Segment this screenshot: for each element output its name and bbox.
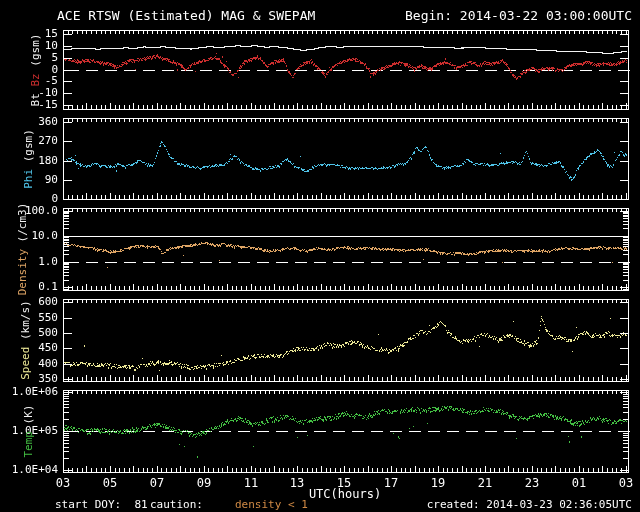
x-tick-label: 03	[613, 477, 639, 490]
footer-caution-label: caution:	[150, 499, 203, 511]
ace-rtsw-plot: ACE RTSW (Estimated) MAG & SWEPAM Begin:…	[0, 0, 640, 512]
x-tick-label: 23	[519, 477, 545, 490]
x-tick-label: 03	[50, 477, 76, 490]
x-tick-label: 07	[144, 477, 170, 490]
x-tick-label: 13	[284, 477, 310, 490]
plot-canvas	[0, 0, 640, 512]
y-axis-label-part: Temp	[22, 431, 35, 458]
x-tick-label: 01	[566, 477, 592, 490]
y-tick-label-density: 10.0	[6, 230, 58, 242]
y-tick-label-density: 100.0	[6, 205, 58, 217]
y-axis-label-temp: Temp (K)	[23, 351, 37, 511]
x-tick-label: 15	[331, 477, 357, 490]
footer-created: created: 2014-03-23 02:36:05UTC	[427, 499, 632, 511]
x-tick-label: 05	[97, 477, 123, 490]
y-axis-label-part: (gsm)	[29, 33, 42, 73]
y-axis-label-part: (K)	[22, 405, 35, 432]
y-axis-label-part: (/cm3)	[16, 203, 29, 249]
x-tick-label: 11	[238, 477, 264, 490]
footer-start-doy: start DOY: 81	[55, 499, 148, 511]
x-tick-label: 19	[425, 477, 451, 490]
y-axis-label-part: (km/s)	[19, 300, 32, 346]
x-tick-label: 21	[472, 477, 498, 490]
plot-title: ACE RTSW (Estimated) MAG & SWEPAM	[57, 9, 315, 23]
begin-timestamp: Begin: 2014-03-22 03:00:00UTC	[405, 9, 632, 23]
x-tick-label: 09	[191, 477, 217, 490]
footer-caution-value: density < 1	[235, 499, 308, 511]
y-axis-label-part: (gsm)	[22, 129, 35, 169]
x-tick-label: 17	[378, 477, 404, 490]
